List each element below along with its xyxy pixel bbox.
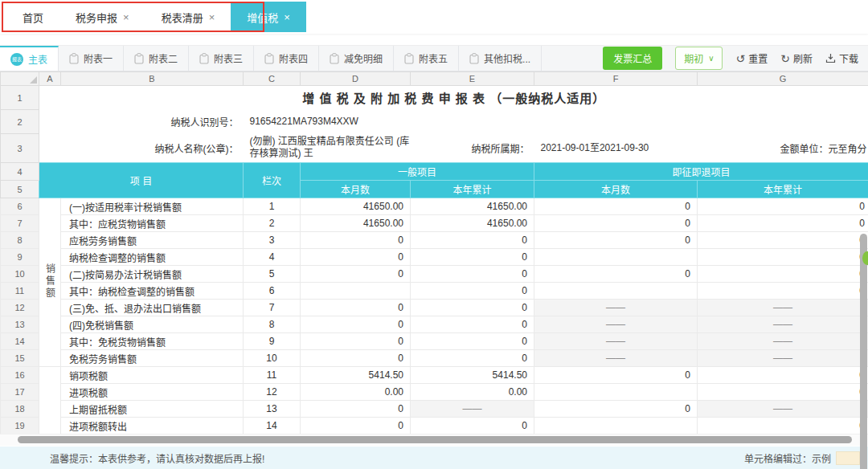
column-number-cell[interactable]: 5 — [244, 266, 301, 283]
sheet-tab-1[interactable]: 附表一 — [59, 46, 124, 71]
value-cell[interactable]: —— — [698, 333, 868, 350]
value-cell[interactable]: 0 — [411, 249, 534, 266]
value-cell[interactable]: 41650.00 — [411, 198, 534, 215]
value-cell[interactable]: 0 — [411, 283, 534, 300]
value-cell[interactable]: —— — [698, 401, 868, 418]
column-number-cell[interactable]: 1 — [244, 198, 301, 215]
column-number-cell[interactable]: 3 — [244, 232, 301, 249]
value-cell[interactable]: 0 — [534, 232, 698, 249]
item-label-cell[interactable]: (一)按适用税率计税销售额 — [61, 198, 244, 215]
sheet-tab-3[interactable]: 附表三 — [189, 46, 254, 71]
item-label-cell[interactable]: 其中：免税货物销售额 — [61, 333, 244, 350]
column-number-cell[interactable]: 11 — [244, 367, 301, 384]
period-value[interactable]: 2021-09-01至2021-09-30 — [534, 134, 698, 163]
value-cell[interactable]: —— — [698, 350, 868, 367]
value-cell[interactable]: —— — [534, 350, 698, 367]
period-begin-dropdown[interactable]: 期初 ∨ — [675, 47, 723, 70]
column-number-cell[interactable]: 9 — [244, 333, 301, 350]
value-cell[interactable]: —— — [534, 300, 698, 316]
value-cell[interactable]: 0 — [301, 232, 411, 249]
tab-home[interactable]: 首页 — [6, 2, 59, 32]
value-cell[interactable]: 0 — [411, 418, 534, 434]
value-cell[interactable] — [301, 283, 411, 300]
sheet-tab-4[interactable]: 附表四 — [254, 46, 319, 71]
item-label-cell[interactable]: 其中：应税货物销售额 — [61, 215, 244, 232]
tab-tax-register[interactable]: 税表清册 × — [145, 2, 231, 32]
value-cell[interactable]: 0 — [534, 367, 698, 384]
value-cell[interactable]: 0 — [698, 266, 868, 283]
close-icon[interactable]: × — [209, 11, 215, 23]
item-label-cell[interactable]: (三)免、抵、退办法出口销售额 — [61, 300, 244, 316]
value-cell[interactable]: 0 — [698, 249, 868, 266]
column-number-cell[interactable]: 13 — [244, 401, 301, 418]
column-number-cell[interactable]: 8 — [244, 316, 301, 333]
value-cell[interactable]: 5414.50 — [301, 367, 411, 384]
value-cell[interactable]: 0 — [301, 316, 411, 333]
sheet-tab-6[interactable]: 附表五 — [394, 46, 459, 71]
value-cell[interactable]: 0 — [534, 215, 698, 232]
value-cell[interactable]: —— — [698, 300, 868, 316]
value-cell[interactable]: 0 — [411, 232, 534, 249]
invoice-summary-button[interactable]: 发票汇总 — [603, 47, 662, 70]
item-label-cell[interactable]: 纳税检查调整的销售额 — [61, 249, 244, 266]
value-cell[interactable]: 0.00 — [411, 384, 534, 401]
value-cell[interactable]: 0 — [698, 283, 868, 300]
value-cell[interactable]: 0 — [301, 401, 411, 418]
value-cell[interactable]: 0 — [411, 300, 534, 316]
item-label-cell[interactable]: 其中：纳税检查调整的销售额 — [61, 283, 244, 300]
close-icon[interactable]: × — [284, 11, 290, 23]
item-label-cell[interactable]: (四)免税销售额 — [61, 316, 244, 333]
item-label-cell[interactable]: 进项税额 — [61, 384, 244, 401]
sheet-tab-5[interactable]: 减免明细 — [319, 46, 394, 71]
value-cell[interactable]: 41650.00 — [301, 198, 411, 215]
tab-vat-active[interactable]: 增值税 × — [231, 2, 306, 32]
sheet-tab-2[interactable]: 附表二 — [124, 46, 189, 71]
value-cell[interactable]: 0 — [698, 384, 868, 401]
item-label-cell[interactable]: 免税劳务销售额 — [61, 350, 244, 367]
close-icon[interactable]: × — [123, 11, 129, 23]
value-cell[interactable]: 0 — [698, 198, 868, 215]
value-cell[interactable]: 0 — [411, 266, 534, 283]
item-label-cell[interactable]: 应税劳务销售额 — [61, 232, 244, 249]
value-cell[interactable]: 41650.00 — [301, 215, 411, 232]
column-number-cell[interactable]: 4 — [244, 249, 301, 266]
value-cell[interactable]: 0 — [301, 350, 411, 367]
horizontal-scrollbar[interactable] — [18, 436, 852, 443]
value-cell[interactable]: 0 — [301, 333, 411, 350]
column-number-cell[interactable]: 12 — [244, 384, 301, 401]
value-cell[interactable] — [534, 384, 698, 401]
value-cell[interactable]: 0 — [698, 367, 868, 384]
item-label-cell[interactable]: 上期留抵税额 — [61, 401, 244, 418]
value-cell[interactable]: 0 — [411, 333, 534, 350]
value-cell[interactable]: 0 — [534, 198, 698, 215]
taxpayer-id-value[interactable]: 91654221MA793M4XXW — [244, 110, 411, 134]
value-cell[interactable]: 5414.50 — [411, 367, 534, 384]
value-cell[interactable]: 0 — [301, 266, 411, 283]
value-cell[interactable] — [534, 249, 698, 266]
value-cell[interactable]: 0 — [534, 401, 698, 418]
value-cell[interactable]: 0 — [301, 249, 411, 266]
value-cell[interactable]: —— — [698, 316, 868, 333]
column-number-cell[interactable]: 14 — [244, 418, 301, 434]
tab-tax-declare[interactable]: 税务申报 × — [59, 2, 145, 32]
value-cell[interactable]: 0 — [301, 300, 411, 316]
value-cell[interactable]: 0 — [411, 350, 534, 367]
value-cell[interactable]: 0 — [534, 266, 698, 283]
sheet-tab-7[interactable]: 其他扣税... — [459, 46, 542, 71]
reset-button[interactable]: ↺ 重置 — [735, 51, 768, 65]
value-cell[interactable]: 0 — [698, 215, 868, 232]
value-cell[interactable] — [534, 283, 698, 300]
column-number-cell[interactable]: 6 — [244, 283, 301, 300]
value-cell[interactable] — [534, 418, 698, 434]
value-cell[interactable]: —— — [534, 333, 698, 350]
value-cell[interactable]: 0 — [698, 232, 868, 249]
column-number-cell[interactable]: 7 — [244, 300, 301, 316]
value-cell[interactable]: 41650.00 — [411, 215, 534, 232]
value-cell[interactable]: —— — [411, 401, 534, 418]
refresh-button[interactable]: ↻ 刷新 — [780, 51, 813, 65]
item-label-cell[interactable]: 进项税额转出 — [61, 418, 244, 434]
value-cell[interactable]: 0 — [301, 418, 411, 434]
value-cell[interactable]: 0 — [411, 316, 534, 333]
taxpayer-name-value[interactable]: (勿删) 江西服宝精品有限责任公司 (库存核算测试) 王 — [244, 134, 411, 163]
value-cell[interactable]: 0 — [698, 418, 868, 434]
